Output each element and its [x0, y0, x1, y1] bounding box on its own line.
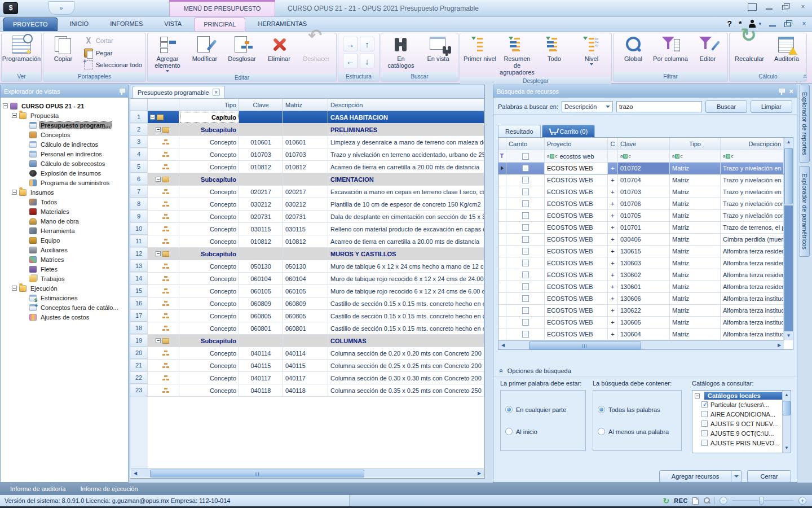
cell-tipo[interactable]: Matriz — [670, 293, 721, 304]
column-header-matriz[interactable]: Matriz — [283, 99, 328, 111]
result-row[interactable]: ECOSTOS WEB + 010703 Matriz Trazo y nive… — [498, 186, 784, 198]
cell-descripcion[interactable]: Acarreo de tierra en carretilla a 20.00 … — [328, 161, 484, 173]
result-row[interactable]: ECOSTOS WEB + 010705 Matriz Trazo y nive… — [498, 210, 784, 222]
tree-item[interactable]: CURSO OPUS 21 - 21 — [2, 101, 127, 111]
budget-row[interactable]: 19 Subcapítulo COLUMNAS — [130, 335, 484, 347]
cell-proyecto[interactable]: ECOSTOS WEB — [545, 246, 608, 257]
cell-clave[interactable] — [239, 111, 283, 123]
tree-expander-icon[interactable] — [12, 286, 17, 291]
column-header-proyecto[interactable]: Proyecto — [545, 138, 608, 150]
cell-descripcion[interactable]: Alfombra terza instituc — [721, 317, 784, 328]
agregar-recursos-button[interactable]: Agregar recursos — [659, 470, 731, 483]
cell-clave[interactable] — [239, 248, 283, 260]
cell-clave[interactable]: 130602 — [618, 269, 670, 281]
result-row[interactable]: ECOSTOS WEB + 130615 Matriz Alfombra ter… — [498, 246, 784, 257]
scroll-up-icon[interactable]: ▲ — [784, 138, 793, 147]
tree-item[interactable]: Trabajos — [2, 274, 127, 283]
budget-row[interactable]: 10 Concepto 030115 030115 Relleno con ma… — [130, 223, 484, 235]
cell-tipo[interactable]: Subcapítulo — [179, 335, 239, 347]
row-number[interactable]: 5 — [130, 161, 148, 173]
catalog-checkbox[interactable] — [701, 421, 708, 427]
row-number[interactable]: 3 — [130, 136, 148, 148]
row-number[interactable]: 13 — [130, 260, 148, 272]
cell-descripcion[interactable]: Castillo de sección 0.15 x 0.15 mts. con… — [328, 310, 484, 322]
tree-expander-icon[interactable] — [12, 190, 17, 195]
filter-checkbox[interactable] — [522, 153, 529, 160]
cart-checkbox[interactable] — [522, 307, 529, 314]
cell-tipo[interactable]: Concepto — [179, 310, 239, 322]
budget-row[interactable]: 6 Subcapítulo CIMENTACION — [130, 173, 484, 186]
cell-tipo[interactable]: Concepto — [179, 211, 239, 222]
cell-tipo[interactable]: Matriz — [670, 174, 721, 186]
cell-proyecto[interactable]: ECOSTOS WEB — [545, 186, 608, 198]
catalog-checkbox[interactable] — [701, 401, 708, 408]
filter-descripcion[interactable] — [721, 150, 784, 162]
result-row[interactable]: ECOSTOS WEB + 010706 Matriz Trazo y nive… — [498, 198, 784, 210]
cell-matriz[interactable] — [283, 111, 328, 123]
ribbon-tab[interactable]: PROYECTO — [3, 17, 58, 31]
catalog-item[interactable]: AJUSTE 9 OCT(C:\U... — [695, 428, 782, 438]
move-down-button[interactable]: ↓ — [360, 54, 374, 68]
tree-item[interactable]: Ajustes de costos — [2, 312, 127, 322]
cell-tipo[interactable]: Matriz — [670, 269, 721, 281]
cell-clave[interactable]: 040118 — [239, 384, 283, 396]
budget-row[interactable]: 22 Concepto 040117 040117 Columna secció… — [130, 372, 484, 384]
tab-resultado[interactable]: Resultado — [498, 125, 541, 137]
row-number[interactable]: 1 — [130, 111, 148, 123]
result-row[interactable]: ECOSTOS WEB + 130603 Matriz Alfombra ter… — [498, 257, 784, 269]
cell-clave[interactable]: 060104 — [239, 273, 283, 284]
result-row[interactable]: ECOSTOS WEB + 130605 Matriz Alfombra ter… — [498, 317, 784, 329]
cart-checkbox[interactable] — [522, 295, 529, 302]
budget-row[interactable]: 11 Concepto 010812 010812 Acarreo de tie… — [130, 235, 484, 248]
cell-descripcion[interactable]: Columna sección de 0.30 x 0.30 mts con C… — [328, 372, 484, 384]
cell-clave[interactable]: 130622 — [618, 305, 670, 316]
cell-descripcion[interactable]: Relleno con material producto de excavac… — [328, 223, 484, 235]
tree-item[interactable]: Equipo — [2, 235, 127, 245]
tree-item[interactable]: Ejecución — [2, 283, 127, 293]
scroll-left-icon[interactable]: ◀ — [498, 343, 508, 348]
cell-clave[interactable]: 010703 — [618, 186, 670, 198]
row-number[interactable]: 16 — [130, 297, 148, 309]
catalogs-expander-icon[interactable] — [695, 393, 700, 398]
cell-expand[interactable]: + — [608, 257, 618, 269]
cart-checkbox[interactable] — [522, 283, 529, 290]
desplegar-button[interactable]: Todo — [536, 34, 573, 76]
row-number[interactable]: 10 — [130, 223, 148, 235]
cell-clave[interactable]: 010701 — [618, 222, 670, 233]
cell-expand[interactable]: + — [608, 234, 618, 245]
radio-todas-las-palabras[interactable]: Todas las palabras — [598, 406, 677, 413]
cell-clave[interactable]: 050130 — [239, 260, 283, 272]
zoom-out-button[interactable]: − — [720, 497, 727, 505]
cell-clave[interactable]: 040115 — [239, 360, 283, 371]
budget-row[interactable]: 7 Concepto 020217 020217 Excavación a ma… — [130, 186, 484, 198]
row-number[interactable]: 4 — [130, 148, 148, 160]
cell-matriz[interactable] — [283, 173, 328, 185]
cell-proyecto[interactable]: ECOSTOS WEB — [545, 222, 608, 233]
cell-descripcion[interactable]: Muro de tabique 6 x 12 x 24 cms hecho a … — [328, 260, 484, 272]
clipboard-small-button[interactable]: Pegar — [84, 48, 142, 58]
row-number[interactable]: 14 — [130, 273, 148, 284]
catalogs-root-label[interactable]: Catálogos locales — [704, 392, 782, 400]
tab-informe-de-auditoria[interactable]: Informe de auditoría — [10, 485, 65, 492]
document-icon[interactable] — [692, 497, 699, 505]
cell-matriz[interactable] — [283, 248, 328, 260]
row-number[interactable]: 8 — [130, 198, 148, 210]
cell-tipo[interactable]: Matriz — [670, 329, 721, 340]
cart-checkbox[interactable] — [522, 212, 529, 219]
cell-clave[interactable]: 130601 — [618, 281, 670, 292]
edge-vertical-tab[interactable]: Explorador de paramétricos — [800, 166, 810, 257]
cell-tipo[interactable]: Matriz — [670, 257, 721, 269]
desplegar-button[interactable]: Nivel — [573, 34, 610, 76]
cell-expand[interactable]: + — [608, 186, 618, 198]
budget-row[interactable]: 21 Concepto 040115 040115 Columna secció… — [130, 360, 484, 372]
close-button[interactable]: × — [798, 3, 807, 11]
budget-row[interactable]: 5 Concepto 010812 010812 Acarreo de tier… — [130, 161, 484, 173]
ribbon-tab[interactable]: VISTA — [155, 17, 191, 31]
budget-row[interactable]: 12 Subcapítulo MUROS Y CASTILLOS — [130, 248, 484, 260]
column-header-clave[interactable]: Clave — [239, 99, 283, 111]
result-row[interactable]: ECOSTOS WEB + 030406 Matriz Cimbra perdi… — [498, 234, 784, 246]
column-header-tipo[interactable]: Tipo — [670, 138, 721, 150]
cell-tipo[interactable]: Subcapítulo — [179, 173, 239, 185]
cell-matriz[interactable]: 010812 — [283, 161, 328, 173]
cell-proyecto[interactable]: ECOSTOS WEB — [545, 305, 608, 316]
